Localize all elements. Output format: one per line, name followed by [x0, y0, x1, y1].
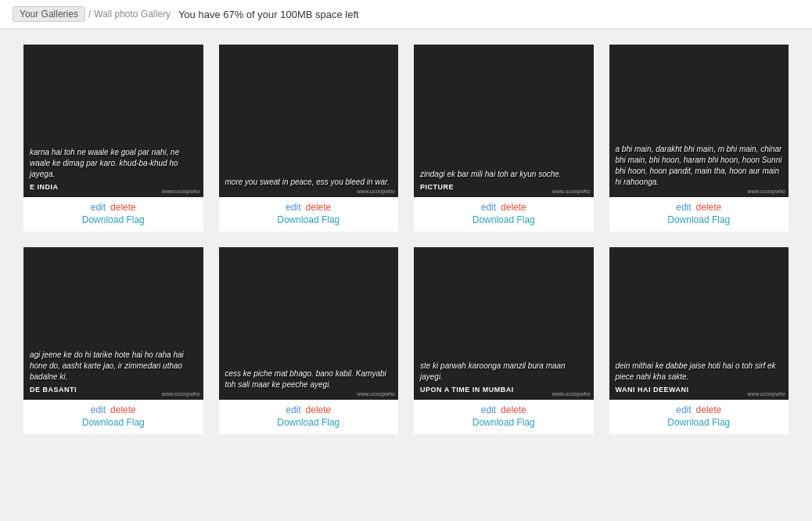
- quote-overlay: cess ke piche mat bhago. bano kabil. Kam…: [219, 247, 399, 400]
- quote-overlay: ste ki parwah karoonga manzil bura maan …: [414, 247, 594, 400]
- edit-link[interactable]: edit: [676, 404, 691, 415]
- watermark: www.ucoopwho: [162, 391, 200, 397]
- gallery-item: agi jeene ke do hi tarike hote hai ho ra…: [23, 247, 203, 434]
- thumb-inner: karna hai toh ne waale ke goal par nahi,…: [23, 45, 203, 197]
- edit-link[interactable]: edit: [481, 202, 496, 213]
- edit-link[interactable]: edit: [676, 202, 691, 213]
- breadcrumb: Your Galleries / Wall photo Gallery: [13, 6, 171, 22]
- edit-link[interactable]: edit: [91, 404, 106, 415]
- gallery-item: ste ki parwah karoonga manzil bura maan …: [414, 247, 594, 434]
- item-actions: edit delete Download Flag: [667, 202, 730, 225]
- gallery-thumb: dein mithai ke dabbe jaise hoti hai o to…: [609, 247, 789, 400]
- gallery-thumb: zindagi ek bar mili hai toh ar kyun soch…: [414, 45, 594, 197]
- delete-link[interactable]: delete: [110, 202, 136, 213]
- download-flag-link[interactable]: Download Flag: [667, 214, 730, 225]
- quote-text: dein mithai ke dabbe jaise hoti hai o to…: [616, 361, 783, 383]
- thumb-inner: a bhi main, darakht bhi main, m bhi main…: [609, 45, 789, 197]
- delete-link[interactable]: delete: [696, 202, 722, 213]
- action-links: edit delete: [91, 202, 136, 213]
- space-info: You have 67% of your 100MB space left: [178, 9, 359, 20]
- your-galleries-link[interactable]: Your Galleries: [13, 6, 85, 22]
- gallery-grid: karna hai toh ne waale ke goal par nahi,…: [23, 45, 789, 434]
- gallery-item: more you sweat in peace, ess you bleed i…: [219, 45, 399, 232]
- edit-link[interactable]: edit: [286, 404, 300, 415]
- quote-overlay: a bhi main, darakht bhi main, m bhi main…: [609, 45, 789, 197]
- gallery-thumb: karna hai toh ne waale ke goal par nahi,…: [23, 45, 203, 197]
- thumb-inner: more you sweat in peace, ess you bleed i…: [219, 45, 399, 197]
- quote-text: zindagi ek bar mili hai toh ar kyun soch…: [420, 169, 587, 180]
- action-links: edit delete: [286, 202, 331, 213]
- download-flag-link[interactable]: Download Flag: [277, 417, 340, 428]
- gallery-container: karna hai toh ne waale ke goal par nahi,…: [0, 29, 812, 450]
- gallery-thumb: ste ki parwah karoonga manzil bura maan …: [414, 247, 594, 400]
- action-links: edit delete: [481, 404, 526, 415]
- gallery-item: cess ke piche mat bhago. bano kabil. Kam…: [219, 247, 399, 434]
- thumb-inner: dein mithai ke dabbe jaise hoti hai o to…: [609, 247, 789, 400]
- edit-link[interactable]: edit: [481, 404, 496, 415]
- quote-text: a bhi main, darakht bhi main, m bhi main…: [616, 144, 783, 188]
- download-flag-link[interactable]: Download Flag: [82, 417, 145, 428]
- watermark: www.ucoopwho: [357, 189, 395, 194]
- thumb-inner: zindagi ek bar mili hai toh ar kyun soch…: [414, 45, 594, 197]
- thumb-inner: cess ke piche mat bhago. bano kabil. Kam…: [219, 247, 399, 400]
- delete-link[interactable]: delete: [696, 404, 722, 415]
- item-actions: edit delete Download Flag: [82, 202, 145, 225]
- gallery-item: zindagi ek bar mili hai toh ar kyun soch…: [414, 45, 594, 232]
- watermark: www.ucoopwho: [552, 391, 591, 397]
- top-bar: Your Galleries / Wall photo Gallery You …: [0, 0, 812, 29]
- item-actions: edit delete Download Flag: [277, 404, 340, 428]
- delete-link[interactable]: delete: [501, 404, 526, 415]
- quote-text: more you sweat in peace, ess you bleed i…: [225, 177, 393, 188]
- gallery-item: dein mithai ke dabbe jaise hoti hai o to…: [609, 247, 789, 434]
- gallery-thumb: a bhi main, darakht bhi main, m bhi main…: [609, 45, 789, 197]
- watermark: www.ucoopwho: [747, 391, 785, 397]
- action-links: edit delete: [286, 404, 331, 415]
- download-flag-link[interactable]: Download Flag: [277, 214, 340, 225]
- action-links: edit delete: [481, 202, 526, 213]
- thumb-inner: ste ki parwah karoonga manzil bura maan …: [414, 247, 594, 400]
- edit-link[interactable]: edit: [91, 202, 106, 213]
- quote-overlay: more you sweat in peace, ess you bleed i…: [219, 45, 399, 197]
- gallery-thumb: cess ke piche mat bhago. bano kabil. Kam…: [219, 247, 399, 400]
- current-gallery-label: Wall photo Gallery: [94, 9, 171, 20]
- quote-text: karna hai toh ne waale ke goal par nahi,…: [30, 147, 197, 180]
- gallery-item: a bhi main, darakht bhi main, m bhi main…: [609, 45, 789, 232]
- quote-overlay: agi jeene ke do hi tarike hote hai ho ra…: [23, 247, 203, 400]
- breadcrumb-separator: /: [88, 9, 91, 20]
- watermark: www.ucoopwho: [162, 189, 200, 194]
- download-flag-link[interactable]: Download Flag: [472, 417, 535, 428]
- item-actions: edit delete Download Flag: [667, 404, 730, 428]
- delete-link[interactable]: delete: [306, 202, 332, 213]
- thumb-inner: agi jeene ke do hi tarike hote hai ho ra…: [23, 247, 203, 400]
- action-links: edit delete: [91, 404, 136, 415]
- watermark: www.ucoopwho: [357, 391, 395, 397]
- item-actions: edit delete Download Flag: [277, 202, 340, 225]
- edit-link[interactable]: edit: [286, 202, 300, 213]
- quote-text: ste ki parwah karoonga manzil bura maan …: [420, 361, 587, 383]
- watermark: www.ucoopwho: [552, 189, 591, 194]
- quote-overlay: zindagi ek bar mili hai toh ar kyun soch…: [414, 45, 594, 197]
- item-actions: edit delete Download Flag: [472, 202, 535, 225]
- gallery-thumb: agi jeene ke do hi tarike hote hai ho ra…: [23, 247, 203, 400]
- download-flag-link[interactable]: Download Flag: [82, 214, 145, 225]
- item-actions: edit delete Download Flag: [82, 404, 145, 428]
- item-actions: edit delete Download Flag: [472, 404, 535, 428]
- gallery-thumb: more you sweat in peace, ess you bleed i…: [219, 45, 399, 197]
- action-links: edit delete: [676, 404, 721, 415]
- quote-text: agi jeene ke do hi tarike hote hai ho ra…: [30, 350, 197, 383]
- quote-text: cess ke piche mat bhago. bano kabil. Kam…: [225, 368, 393, 390]
- gallery-item: karna hai toh ne waale ke goal par nahi,…: [23, 45, 203, 232]
- quote-overlay: karna hai toh ne waale ke goal par nahi,…: [23, 45, 203, 197]
- action-links: edit delete: [676, 202, 721, 213]
- delete-link[interactable]: delete: [110, 404, 136, 415]
- quote-overlay: dein mithai ke dabbe jaise hoti hai o to…: [609, 247, 789, 400]
- download-flag-link[interactable]: Download Flag: [472, 214, 535, 225]
- watermark: www.ucoopwho: [747, 189, 785, 194]
- delete-link[interactable]: delete: [501, 202, 526, 213]
- download-flag-link[interactable]: Download Flag: [667, 417, 730, 428]
- delete-link[interactable]: delete: [306, 404, 332, 415]
